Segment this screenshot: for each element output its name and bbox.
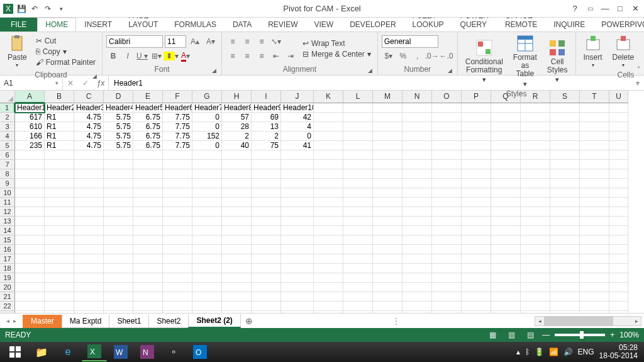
column-header[interactable]: U: [609, 91, 628, 103]
cell[interactable]: 6.75: [133, 122, 163, 132]
cell[interactable]: [402, 132, 432, 141]
cell[interactable]: [163, 283, 192, 292]
cell[interactable]: 0: [192, 122, 222, 132]
font-color-button[interactable]: A▾: [179, 50, 192, 62]
ribbon-tab-view[interactable]: VIEW: [306, 18, 342, 31]
cell[interactable]: [74, 254, 104, 264]
cell[interactable]: [163, 150, 192, 160]
cell[interactable]: [609, 302, 628, 311]
sheet-tab[interactable]: Sheet2 (2): [188, 314, 240, 328]
cell[interactable]: [45, 179, 74, 188]
cell[interactable]: [462, 264, 491, 273]
cell[interactable]: [45, 226, 74, 235]
cell[interactable]: [252, 264, 281, 273]
tray-network-icon[interactable]: 📶: [549, 348, 558, 356]
cell[interactable]: [432, 235, 462, 245]
cell[interactable]: [15, 283, 45, 292]
cell[interactable]: [580, 113, 609, 122]
cell[interactable]: [462, 169, 491, 179]
cell[interactable]: 42: [281, 113, 314, 122]
cell[interactable]: [432, 150, 462, 160]
cell[interactable]: [314, 245, 343, 254]
align-bottom-button[interactable]: ≡: [255, 35, 269, 48]
cell[interactable]: [580, 264, 609, 273]
cell[interactable]: [580, 311, 609, 313]
cell[interactable]: [550, 254, 580, 264]
cell[interactable]: [281, 207, 314, 217]
cell[interactable]: [192, 226, 222, 235]
cell[interactable]: [373, 226, 402, 235]
sheet-nav-last[interactable]: ▸: [12, 317, 18, 324]
cell[interactable]: [491, 254, 521, 264]
cell[interactable]: [373, 264, 402, 273]
ribbon-tab-powerpivot[interactable]: POWERPIVOT: [593, 18, 644, 31]
cell[interactable]: [609, 283, 628, 292]
cell[interactable]: [491, 150, 521, 160]
sheet-nav-first[interactable]: ◂: [5, 317, 11, 324]
cell[interactable]: [163, 235, 192, 245]
cell[interactable]: 13: [252, 122, 281, 132]
cell[interactable]: [373, 150, 402, 160]
save-button[interactable]: 💾: [16, 3, 27, 14]
cell[interactable]: [580, 207, 609, 217]
cell[interactable]: [15, 264, 45, 273]
cell[interactable]: [163, 264, 192, 273]
cell[interactable]: [74, 311, 104, 313]
cell[interactable]: [133, 226, 163, 235]
column-header[interactable]: F: [163, 91, 192, 103]
cell[interactable]: Header1: [15, 103, 45, 113]
cell[interactable]: [222, 226, 252, 235]
zoom-slider[interactable]: [555, 334, 605, 336]
taskbar-file-explorer[interactable]: 📁: [29, 342, 54, 361]
cell[interactable]: [222, 198, 252, 207]
cell[interactable]: [432, 188, 462, 198]
row-header[interactable]: 18: [0, 264, 15, 273]
cell[interactable]: [491, 283, 521, 292]
cell[interactable]: [609, 141, 628, 150]
cell[interactable]: [252, 245, 281, 254]
cell[interactable]: [462, 188, 491, 198]
cell[interactable]: [609, 188, 628, 198]
cell[interactable]: Header10: [281, 103, 314, 113]
cell[interactable]: [104, 302, 133, 311]
cell[interactable]: [133, 160, 163, 169]
cell[interactable]: [432, 302, 462, 311]
cell[interactable]: [550, 283, 580, 292]
cell[interactable]: [252, 292, 281, 302]
cell[interactable]: [550, 160, 580, 169]
cell[interactable]: [462, 273, 491, 283]
cell[interactable]: [104, 235, 133, 245]
decrease-font-size-button[interactable]: A▾: [204, 35, 218, 48]
cell[interactable]: 166: [15, 132, 45, 141]
cell[interactable]: [550, 188, 580, 198]
cell[interactable]: [133, 179, 163, 188]
cell[interactable]: [343, 311, 373, 313]
ribbon-tab-home[interactable]: HOME: [37, 18, 76, 31]
cell[interactable]: [281, 150, 314, 160]
cell[interactable]: [550, 302, 580, 311]
cell[interactable]: [133, 283, 163, 292]
cell[interactable]: [252, 226, 281, 235]
cell[interactable]: [373, 217, 402, 226]
maximize-button[interactable]: □: [614, 3, 626, 15]
cell[interactable]: [373, 122, 402, 132]
cell[interactable]: [222, 160, 252, 169]
page-layout-view-button[interactable]: ▥: [504, 329, 518, 341]
cell[interactable]: [402, 160, 432, 169]
cell[interactable]: [402, 188, 432, 198]
column-header[interactable]: J: [281, 91, 314, 103]
cell[interactable]: [15, 179, 45, 188]
cell[interactable]: [550, 226, 580, 235]
cell[interactable]: [222, 311, 252, 313]
cut-button[interactable]: ✂Cut: [33, 36, 98, 46]
cell[interactable]: [609, 122, 628, 132]
cell[interactable]: [281, 292, 314, 302]
taskbar-excel[interactable]: X: [82, 342, 107, 361]
cell[interactable]: [163, 169, 192, 179]
tab-splitter[interactable]: ⋮: [390, 317, 402, 325]
tray-chevron[interactable]: ▴: [516, 348, 520, 356]
cell-styles-button[interactable]: Cell Styles ▾: [543, 38, 572, 84]
orientation-button[interactable]: ⤡▾: [269, 35, 283, 48]
cell[interactable]: 5.75: [104, 132, 133, 141]
cell[interactable]: [74, 264, 104, 273]
